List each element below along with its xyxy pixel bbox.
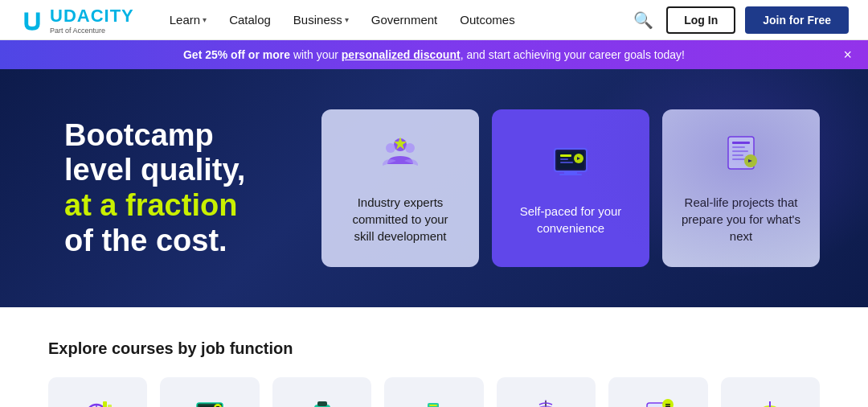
search-icon: 🔍: [633, 11, 653, 29]
hero-title: Bootcamp level quality, at a fraction of…: [64, 118, 289, 259]
svg-rect-9: [560, 158, 568, 160]
svg-rect-50: [429, 405, 437, 406]
business-arrow-icon: ▾: [345, 15, 349, 24]
job-card-cloud[interactable]: Cloud Computing: [721, 377, 820, 407]
svg-point-2: [405, 143, 415, 153]
svg-rect-60: [665, 404, 670, 405]
svg-rect-10: [560, 162, 573, 163]
nav-learn[interactable]: Learn ▾: [160, 6, 216, 33]
main-nav: Learn ▾ Catalog Business ▾ Government Ou…: [160, 6, 630, 33]
svg-rect-18: [732, 158, 747, 160]
job-card-autonomous[interactable]: Autonomous Systems: [497, 377, 596, 407]
nav-government[interactable]: Government: [362, 6, 448, 33]
promo-close-button[interactable]: ×: [843, 47, 852, 64]
experts-icon: [379, 132, 421, 181]
login-button[interactable]: Log In: [666, 6, 735, 34]
hero-card-experts[interactable]: Industry experts committed to your skill…: [321, 109, 479, 267]
join-button[interactable]: Join for Free: [745, 6, 849, 34]
explore-section: Explore courses by job function Data Sci…: [0, 307, 868, 407]
hero-text: Bootcamp level quality, at a fraction of…: [64, 118, 289, 259]
svg-rect-36: [317, 401, 327, 406]
promo-banner: Get 25% off or more with your personaliz…: [0, 40, 868, 69]
projects-label: Real-life projects that prepare you for …: [682, 194, 800, 245]
programming-icon: </>: [192, 397, 227, 407]
job-card-business[interactable]: Business: [384, 377, 483, 407]
svg-point-11: [574, 154, 583, 163]
svg-point-1: [386, 143, 395, 153]
nav-outcomes[interactable]: Outcomes: [450, 6, 524, 33]
svg-rect-15: [732, 146, 745, 148]
job-cards-grid: Data Science </> Programming & Developme…: [48, 377, 820, 407]
svg-rect-14: [732, 142, 750, 144]
hero-card-selfpaced[interactable]: Self-paced for your convenience: [492, 109, 649, 267]
job-card-data-science[interactable]: Data Science: [48, 377, 147, 407]
product-icon: [641, 397, 676, 407]
job-card-product[interactable]: Product Management: [608, 377, 707, 407]
header-actions: 🔍 Log In Join for Free: [630, 6, 849, 34]
svg-rect-25: [103, 401, 107, 407]
search-button[interactable]: 🔍: [630, 7, 657, 33]
cloud-icon: [752, 397, 788, 407]
svg-rect-13: [728, 137, 754, 169]
hero-section: Bootcamp level quality, at a fraction of…: [0, 69, 868, 307]
autonomous-icon: [528, 397, 563, 407]
svg-rect-17: [732, 154, 743, 156]
header: UDACITY Part of Accenture Learn ▾ Catalo…: [0, 0, 868, 40]
business-icon: [416, 397, 452, 407]
svg-rect-8: [560, 154, 571, 157]
promo-link[interactable]: personalized discount: [342, 48, 461, 61]
svg-rect-16: [732, 150, 748, 152]
logo[interactable]: UDACITY Part of Accenture: [19, 6, 134, 35]
data-science-icon: [80, 397, 116, 407]
ai-icon: [305, 397, 340, 407]
hero-card-projects[interactable]: Real-life projects that prepare you for …: [662, 109, 820, 267]
nav-business[interactable]: Business ▾: [284, 6, 358, 33]
hero-cards: Industry experts committed to your skill…: [321, 109, 820, 267]
job-card-programming[interactable]: </> Programming & Development: [160, 377, 259, 407]
svg-marker-20: [748, 159, 752, 162]
selfpaced-label: Self-paced for your convenience: [511, 203, 630, 236]
logo-sub: Part of Accenture: [50, 27, 134, 35]
nav-catalog[interactable]: Catalog: [219, 6, 280, 33]
experts-label: Industry experts committed to your skill…: [341, 194, 460, 245]
explore-title: Explore courses by job function: [48, 339, 820, 358]
promo-text: Get 25% off or more with your personaliz…: [183, 48, 685, 61]
projects-icon: [720, 132, 762, 181]
learn-arrow-icon: ▾: [203, 15, 207, 24]
logo-name: UDACITY: [50, 6, 134, 27]
svg-point-19: [744, 154, 757, 167]
svg-rect-7: [559, 174, 582, 175]
job-card-ai[interactable]: Artificial Intelligence: [272, 377, 371, 407]
svg-marker-12: [577, 157, 580, 160]
selfpaced-icon: [550, 141, 592, 190]
svg-rect-6: [564, 171, 577, 174]
